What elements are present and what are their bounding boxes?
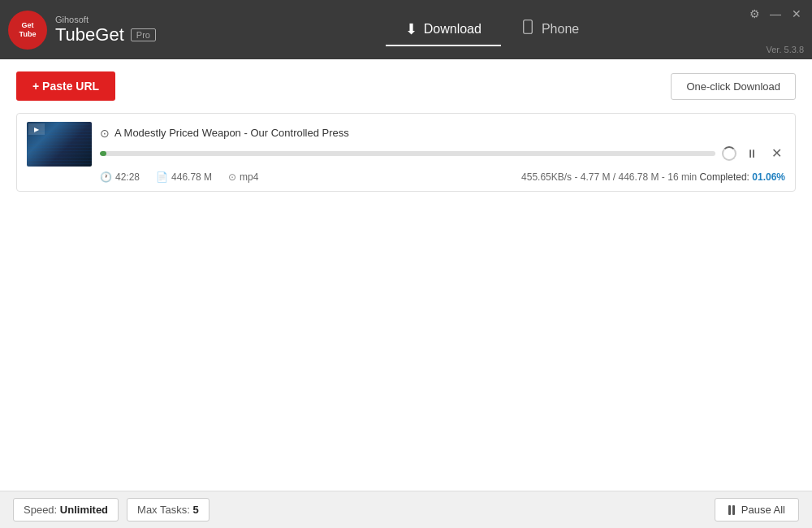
company-name: Gihosoft bbox=[55, 15, 156, 24]
download-item: ▶ ⊙ A Modestly Priced Weapon - Our Contr… bbox=[16, 113, 796, 192]
duration-value: 42:28 bbox=[115, 171, 140, 183]
downloaded-stat: 4.77 M bbox=[581, 171, 611, 183]
toolbar: + Paste URL One-click Download bbox=[0, 59, 812, 113]
main-content: + Paste URL One-click Download ▶ ⊙ A Mod… bbox=[0, 59, 812, 491]
max-tasks-label: Max Tasks: bbox=[137, 504, 190, 516]
format-meta: ⊙ mp4 bbox=[228, 171, 258, 183]
file-icon: 📄 bbox=[156, 171, 168, 183]
duration-meta: 🕐 42:28 bbox=[100, 171, 140, 183]
window-controls: ⚙ — ✕ bbox=[747, 6, 804, 21]
format-icon: ⊙ bbox=[228, 171, 236, 183]
tab-phone[interactable]: Phone bbox=[501, 13, 598, 46]
status-bar: Speed: Unlimited Max Tasks: 5 Pause All bbox=[0, 491, 812, 528]
svg-rect-0 bbox=[524, 20, 533, 34]
title-bar: GetTube Gihosoft TubeGet Pro ⬇ Download … bbox=[0, 0, 812, 59]
pause-all-label: Pause All bbox=[741, 504, 785, 516]
progress-bar-fill bbox=[100, 151, 106, 156]
size-value: 446.78 M bbox=[171, 171, 212, 183]
format-value: mp4 bbox=[240, 171, 258, 183]
download-meta: 🕐 42:28 📄 446.78 M ⊙ mp4 455.65KB/s - 4.… bbox=[27, 171, 785, 183]
speed-value: Unlimited bbox=[60, 504, 108, 516]
speed-stat: 455.65KB/s bbox=[521, 171, 572, 183]
tab-download[interactable]: ⬇ Download bbox=[386, 14, 501, 46]
remove-button[interactable]: ✕ bbox=[767, 145, 785, 162]
max-tasks-value: 5 bbox=[192, 504, 198, 516]
one-click-download-button[interactable]: One-click Download bbox=[671, 73, 796, 100]
video-thumbnail: ▶ bbox=[27, 122, 92, 167]
download-tab-icon: ⬇ bbox=[405, 20, 417, 38]
progress-row: ⏸ ✕ bbox=[100, 145, 785, 162]
speed-label: Speed: bbox=[24, 504, 57, 516]
eta-stat: 16 min bbox=[667, 171, 697, 183]
version-text: Ver. 5.3.8 bbox=[767, 45, 804, 54]
download-tab-label: Download bbox=[424, 22, 482, 37]
nav-tabs: ⬇ Download Phone bbox=[180, 13, 804, 46]
completed-percent: 01.06% bbox=[752, 171, 785, 183]
download-stats: 455.65KB/s - 4.77 M / 446.78 M - 16 min … bbox=[521, 171, 785, 183]
loading-spinner bbox=[722, 146, 736, 161]
minimize-button[interactable]: — bbox=[768, 6, 783, 21]
completed-label: Completed: bbox=[700, 171, 749, 183]
close-button[interactable]: ✕ bbox=[789, 6, 804, 21]
app-title-group: Gihosoft TubeGet Pro bbox=[55, 15, 156, 45]
size-meta: 📄 446.78 M bbox=[156, 171, 212, 183]
clock-icon: 🕐 bbox=[100, 171, 112, 183]
app-logo: GetTube bbox=[8, 11, 47, 50]
settings-button[interactable]: ⚙ bbox=[747, 6, 762, 21]
max-tasks-status: Max Tasks: 5 bbox=[127, 498, 209, 522]
paste-url-button[interactable]: + Paste URL bbox=[16, 71, 115, 101]
pause-button[interactable]: ⏸ bbox=[743, 145, 761, 162]
pro-badge: Pro bbox=[131, 28, 156, 41]
phone-tab-icon bbox=[520, 19, 535, 38]
download-list: ▶ ⊙ A Modestly Priced Weapon - Our Contr… bbox=[0, 113, 812, 491]
progress-bar-container bbox=[100, 151, 715, 156]
total-stat: 446.78 M bbox=[618, 171, 659, 183]
pause-all-button[interactable]: Pause All bbox=[715, 498, 799, 522]
pause-all-icon bbox=[728, 505, 735, 515]
app-title: TubeGet bbox=[55, 24, 124, 45]
speed-status: Speed: Unlimited bbox=[13, 498, 119, 522]
video-title: A Modestly Priced Weapon - Our Controlle… bbox=[114, 127, 349, 139]
video-icon: ⊙ bbox=[100, 127, 110, 140]
phone-tab-label: Phone bbox=[542, 22, 579, 37]
